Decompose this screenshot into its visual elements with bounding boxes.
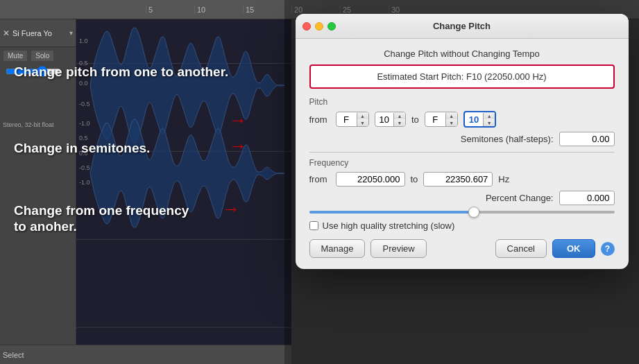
track-info: Stereo, 32-bit float (0, 120, 76, 130)
pitch-section-label: Pitch (309, 97, 615, 107)
ruler-mark-0 (83, 6, 146, 14)
slider-thumb[interactable] (468, 207, 479, 218)
freq-from-input[interactable] (336, 172, 405, 187)
semitones-input[interactable] (559, 132, 615, 146)
pitch-to-octave-up[interactable]: ▲ (484, 112, 495, 119)
pitch-from-note-arrows[interactable]: ▲ ▼ (357, 112, 368, 126)
traffic-lights (303, 22, 336, 31)
percent-row: Percent Change: (309, 191, 615, 205)
track-label-row: ✕ Si Fuera Yo ▾ (0, 19, 76, 47)
track-close-btn[interactable]: ✕ (3, 28, 10, 38)
pitch-from-octave-down[interactable]: ▼ (394, 119, 405, 126)
divider (309, 152, 615, 153)
ruler-mark-5: 5 (146, 6, 194, 14)
svg-text:1.0: 1.0 (79, 37, 87, 44)
instruction-text-1: Change pitch from one to another. (14, 64, 228, 80)
estimated-pitch-box: Estimated Start Pitch: F10 (22050.000 Hz… (309, 64, 615, 89)
slider-container[interactable] (309, 211, 615, 214)
instruction-text-3: Change from one frequencyto anoher. (14, 203, 189, 235)
pitch-to-octave-value: 10 (465, 113, 484, 126)
minimize-window-button[interactable] (315, 22, 323, 31)
pitch-to-note-up[interactable]: ▲ (446, 112, 457, 119)
dialog-titlebar: Change Pitch (296, 14, 629, 39)
arrow-3: → (222, 198, 240, 220)
pitch-row: from F ▲ ▼ 10 ▲ ▼ (309, 111, 615, 128)
semitones-row: Semitones (half-steps): (309, 132, 615, 146)
pitch-from-note-value: F (336, 113, 357, 126)
hq-stretch-label[interactable]: Use high quality stretching (slow) (323, 220, 455, 231)
svg-text:-0.5: -0.5 (79, 164, 90, 171)
pitch-to-octave-arrows[interactable]: ▲ ▼ (484, 112, 495, 126)
track-controls: Mute Solo (0, 47, 76, 64)
pitch-to-note-down[interactable]: ▼ (446, 119, 457, 126)
pitch-to-octave-down[interactable]: ▼ (484, 119, 495, 126)
maximize-window-button[interactable] (327, 22, 336, 31)
track-name: Si Fuera Yo (12, 29, 69, 37)
pitch-from-note-up[interactable]: ▲ (357, 112, 368, 119)
pitch-to-note-value: F (425, 113, 446, 126)
instruction-text-2: Change in semitones. (14, 141, 150, 157)
hz-label: Hz (498, 174, 509, 184)
pitch-from-octave-arrows[interactable]: ▲ ▼ (394, 112, 405, 126)
bottom-bar: Select (0, 345, 291, 364)
pitch-from-octave-value: 10 (375, 113, 394, 126)
dialog-title: Change Pitch (433, 21, 491, 31)
from-label: from (309, 114, 330, 125)
arrow-1: → (229, 110, 247, 131)
svg-text:-1.0: -1.0 (79, 120, 90, 127)
pitch-from-note-down[interactable]: ▼ (357, 119, 368, 126)
change-pitch-dialog: Change Pitch Change Pitch without Changi… (296, 14, 629, 269)
solo-button[interactable]: Solo (31, 50, 54, 62)
freq-from-label: from (309, 174, 330, 184)
hq-stretch-checkbox[interactable] (309, 221, 318, 230)
percent-label: Percent Change: (486, 193, 554, 203)
button-row: Manage Preview Cancel OK ? (309, 239, 615, 258)
percent-input[interactable] (559, 191, 615, 205)
pitch-from-note-selector[interactable]: F ▲ ▼ (336, 112, 369, 127)
frequency-section: Frequency from to Hz Percent Change: (309, 158, 615, 205)
semitones-label: Semitones (half-steps): (461, 134, 554, 144)
checkbox-row: Use high quality stretching (slow) (309, 220, 615, 231)
arrow-2: → (229, 135, 247, 157)
pitch-to-note-selector[interactable]: F ▲ ▼ (425, 112, 458, 127)
pitch-to-note-arrows[interactable]: ▲ ▼ (446, 112, 457, 126)
close-window-button[interactable] (303, 22, 311, 31)
ok-button[interactable]: OK (552, 239, 595, 258)
preview-button[interactable]: Preview (370, 239, 426, 258)
to-label: to (411, 114, 419, 125)
pitch-from-octave-selector[interactable]: 10 ▲ ▼ (375, 112, 406, 127)
ruler-mark-10: 10 (194, 6, 243, 14)
help-button[interactable]: ? (601, 242, 615, 256)
frequency-section-label: Frequency (309, 158, 615, 168)
track-area: ✕ Si Fuera Yo ▾ Mute Solo Stereo, 32-bit… (0, 19, 291, 364)
slider-fill (309, 211, 475, 214)
pitch-from-octave-up[interactable]: ▲ (394, 112, 405, 119)
cancel-button[interactable]: Cancel (495, 239, 547, 258)
daw-background: 5 10 15 20 25 30 ✕ Si Fuera Yo ▾ Mute So… (0, 0, 639, 364)
manage-button[interactable]: Manage (309, 239, 366, 258)
dialog-subtitle: Change Pitch without Changing Tempo (309, 49, 615, 59)
svg-text:0.0: 0.0 (79, 80, 87, 87)
frequency-row: from to Hz (309, 172, 615, 187)
svg-text:-1.0: -1.0 (79, 179, 90, 186)
mute-button[interactable]: Mute (3, 50, 28, 62)
freq-to-input[interactable] (423, 172, 493, 187)
pitch-to-octave-selector[interactable]: 10 ▲ ▼ (463, 111, 496, 128)
select-tool-label: Select (3, 351, 24, 359)
dialog-overlay: Change Pitch Change Pitch without Changi… (284, 0, 639, 364)
freq-to-label: to (411, 174, 418, 184)
dialog-body: Change Pitch without Changing Tempo Esti… (296, 39, 629, 269)
track-dropdown-icon[interactable]: ▾ (69, 29, 73, 37)
svg-text:-0.5: -0.5 (79, 101, 90, 107)
slider-track (309, 211, 615, 214)
